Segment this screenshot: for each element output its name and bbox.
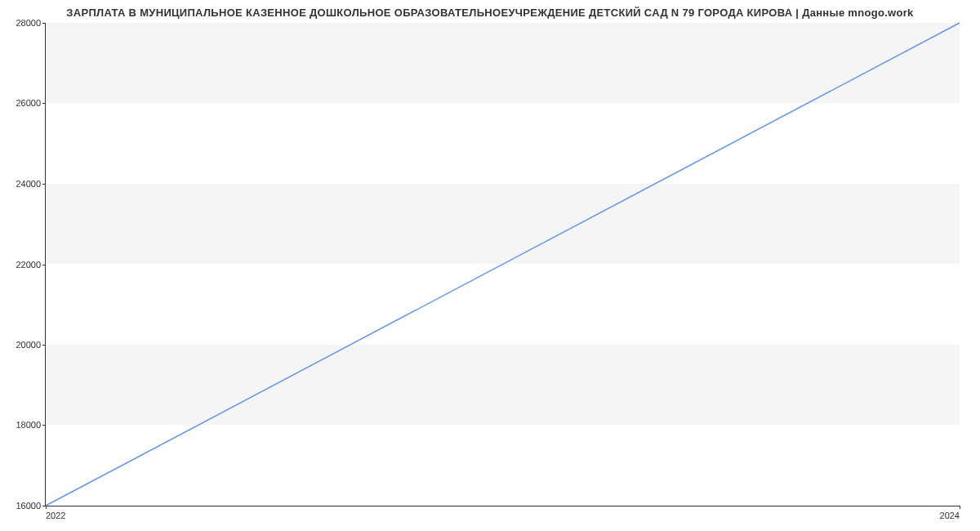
y-tick-label: 16000 [16,501,46,511]
data-line [46,23,960,506]
chart-container: ЗАРПЛАТА В МУНИЦИПАЛЬНОЕ КАЗЕННОЕ ДОШКОЛ… [0,0,980,531]
y-tick-label: 24000 [16,179,46,189]
y-tick-label: 26000 [16,98,46,108]
chart-title: ЗАРПЛАТА В МУНИЦИПАЛЬНОЕ КАЗЕННОЕ ДОШКОЛ… [0,0,980,19]
x-tick-label: 2024 [940,506,960,520]
y-tick-label: 28000 [16,18,46,28]
x-tick-mark [960,506,960,509]
y-tick-label: 22000 [16,260,46,270]
x-tick-label: 2022 [46,506,65,520]
chart-line-svg [46,23,960,506]
y-tick-label: 18000 [16,420,46,430]
plot-area: 16000 18000 20000 22000 24000 26000 2800… [45,23,960,506]
y-tick-label: 20000 [16,340,46,350]
